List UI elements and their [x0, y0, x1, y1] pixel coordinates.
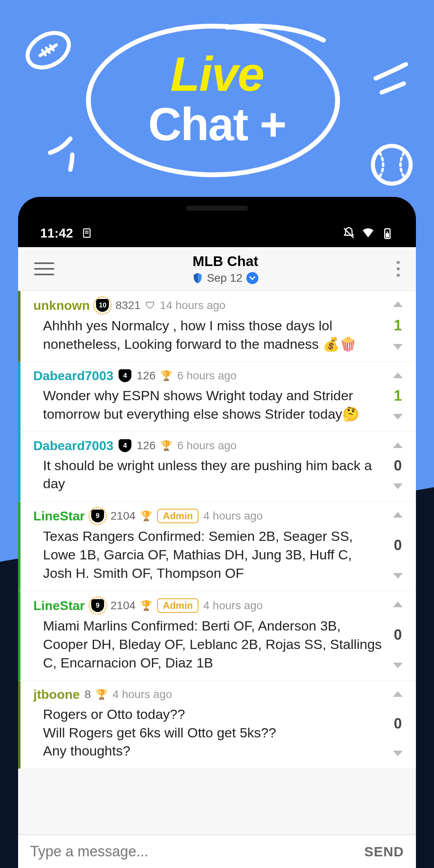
message-timestamp: 6 hours ago	[177, 369, 237, 382]
upvote-button[interactable]	[393, 442, 403, 448]
baseball-icon	[370, 143, 414, 187]
spark-right-decoration	[368, 56, 412, 100]
hamburger-menu-button[interactable]	[26, 254, 62, 283]
message-username[interactable]: LineStar	[33, 598, 85, 613]
shield-small-icon: 🛡	[145, 300, 155, 311]
date-selector[interactable]: Sep 12	[62, 272, 389, 285]
upvote-button[interactable]	[393, 512, 403, 518]
message-body: Miami Marlins Confirmed: Berti OF, Ander…	[33, 617, 388, 672]
level-badge: 10	[94, 297, 111, 313]
upvote-button[interactable]	[393, 602, 403, 607]
message-count: 126	[137, 369, 156, 382]
vote-count: 1	[394, 317, 402, 334]
battery-icon	[381, 227, 394, 240]
wifi-icon	[362, 227, 375, 240]
message-list[interactable]: unknown 108321🛡 14 hours ago Ahhhh yes N…	[18, 291, 416, 769]
level-badge: 4	[118, 369, 132, 383]
message-count: 8321	[115, 299, 140, 312]
svg-rect-9	[386, 233, 389, 237]
vote-count: 0	[394, 537, 402, 554]
message-timestamp: 14 hours ago	[160, 299, 225, 312]
date-label: Sep 12	[207, 272, 243, 285]
level-badge: 9	[90, 598, 106, 614]
status-time: 11:42	[40, 226, 73, 241]
trophy-icon: 🏆	[140, 600, 152, 611]
downvote-button[interactable]	[393, 573, 403, 579]
trophy-icon: 🏆	[160, 440, 172, 451]
message-username[interactable]: Dabeard7003	[33, 438, 113, 453]
downvote-button[interactable]	[393, 663, 403, 668]
send-button[interactable]: SEND	[364, 844, 404, 860]
message-timestamp: 4 hours ago	[203, 599, 263, 612]
message-row[interactable]: Dabeard7003 4126🏆 6 hours ago It should …	[18, 432, 416, 502]
message-row[interactable]: Dabeard7003 4126🏆 6 hours ago Wonder why…	[18, 362, 416, 432]
kebab-menu-button[interactable]	[389, 254, 408, 284]
svg-point-6	[373, 146, 411, 184]
hero-chat-text: Chat +	[148, 98, 286, 151]
level-badge: 4	[118, 439, 132, 452]
message-body: Texas Rangers Confirmed: Semien 2B, Seag…	[33, 527, 388, 583]
trophy-icon: 🏆	[160, 370, 172, 381]
spark-left-decoration	[42, 133, 82, 173]
level-badge: 9	[90, 508, 106, 524]
message-timestamp: 4 hours ago	[113, 688, 172, 701]
trophy-icon: 🏆	[96, 689, 108, 700]
message-body: Rogers or Otto today??Will Rogers get 6k…	[33, 705, 388, 761]
shield-icon	[192, 272, 203, 284]
message-username[interactable]: LineStar	[33, 509, 85, 524]
message-username[interactable]: unknown	[33, 298, 90, 313]
message-timestamp: 6 hours ago	[177, 439, 237, 452]
phone-frame: 11:42 MLB Chat Sep 12	[18, 197, 416, 868]
vote-count: 0	[394, 457, 402, 474]
downvote-button[interactable]	[393, 344, 403, 350]
message-count: 8	[85, 688, 91, 701]
vote-count: 0	[394, 715, 402, 732]
admin-badge: Admin	[157, 598, 199, 613]
trophy-icon: 🏆	[140, 510, 152, 522]
hero-live-text: Live	[148, 46, 286, 102]
message-composer: SEND	[18, 835, 416, 868]
upvote-button[interactable]	[393, 373, 403, 378]
message-timestamp: 4 hours ago	[203, 510, 263, 522]
message-row[interactable]: unknown 108321🛡 14 hours ago Ahhhh yes N…	[18, 291, 416, 362]
downvote-button[interactable]	[393, 483, 403, 489]
app-header: MLB Chat Sep 12	[18, 247, 416, 291]
message-body: Wonder why ESPN shows Wright today and S…	[33, 387, 388, 424]
downvote-button[interactable]	[393, 751, 403, 756]
vote-count: 1	[394, 387, 402, 404]
phone-speaker	[186, 206, 248, 211]
status-bar: 11:42	[18, 219, 416, 247]
app-content: MLB Chat Sep 12 unknown 108321🛡 14 hours…	[18, 247, 416, 868]
message-body: Ahhhh yes Normalcy , how I miss those da…	[33, 317, 388, 354]
message-username[interactable]: jtboone	[33, 687, 80, 702]
downvote-button[interactable]	[393, 414, 403, 420]
upvote-button[interactable]	[393, 301, 403, 307]
upvote-button[interactable]	[393, 691, 403, 697]
football-icon	[22, 28, 74, 72]
chevron-down-icon	[246, 272, 258, 284]
message-row[interactable]: LineStar 92104🏆Admin 4 hours ago Miami M…	[18, 591, 416, 681]
message-input[interactable]	[30, 843, 364, 860]
status-app-icon	[81, 227, 92, 239]
message-username[interactable]: Dabeard7003	[33, 368, 113, 383]
hero-banner: Live Chat +	[0, 0, 434, 197]
message-row[interactable]: jtboone 8🏆 4 hours ago Rogers or Otto to…	[18, 681, 416, 769]
message-row[interactable]: LineStar 92104🏆Admin 4 hours ago Texas R…	[18, 502, 416, 591]
admin-badge: Admin	[157, 509, 199, 523]
page-title: MLB Chat	[62, 253, 389, 269]
vote-count: 0	[394, 626, 402, 643]
message-count: 2104	[111, 510, 135, 522]
message-count: 126	[137, 439, 156, 452]
message-body: It should be wright unless they are push…	[33, 457, 388, 493]
bell-off-icon	[342, 227, 355, 240]
message-count: 2104	[111, 599, 135, 612]
